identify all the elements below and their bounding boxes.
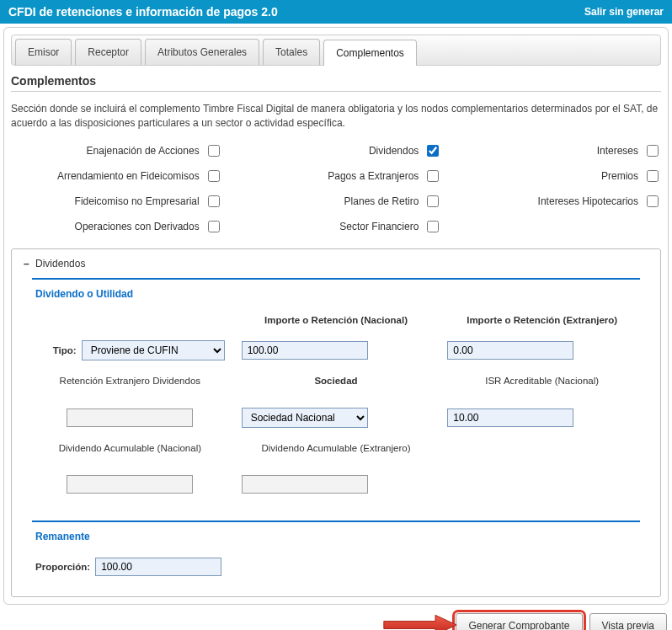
dividendo-utilidad-title: Dividendo o Utilidad xyxy=(35,288,637,300)
footer-bar: Generar Comprobante Vista previa xyxy=(3,613,669,630)
importe-nacional-input[interactable] xyxy=(242,341,368,360)
main-panel: Emisor Receptor Atributos Generales Tota… xyxy=(3,27,669,605)
check-hipotecarios[interactable] xyxy=(647,195,659,207)
generar-comprobante-button[interactable]: Generar Comprobante xyxy=(456,613,582,630)
dividendos-group-header[interactable]: – Dividendos xyxy=(24,258,648,270)
header-importe-nacional: Importe o Retención (Nacional) xyxy=(242,315,431,325)
check-premios[interactable] xyxy=(647,170,659,182)
proporcion-input[interactable] xyxy=(95,558,221,576)
header-bar: CFDI de retenciones e información de pag… xyxy=(0,0,672,24)
check-arrendamiento[interactable] xyxy=(208,170,220,182)
check-label-premios: Premios xyxy=(601,170,638,182)
check-enajenacion[interactable] xyxy=(208,145,220,157)
check-planes[interactable] xyxy=(427,195,439,207)
check-pagos-extranjeros[interactable] xyxy=(427,170,439,182)
check-label-sector: Sector Financiero xyxy=(339,221,419,232)
check-label-arrendamiento: Arrendamiento en Fideicomisos xyxy=(57,170,200,182)
proporcion-label: Proporción: xyxy=(35,562,90,572)
page-title: CFDI de retenciones e información de pag… xyxy=(8,5,278,19)
dividendos-group-label: Dividendos xyxy=(35,258,85,270)
section-title: Complementos xyxy=(11,74,661,88)
check-label-dividendos: Dividendos xyxy=(369,145,419,157)
label-retencion-extranjero: Retención Extranjero Dividendos xyxy=(35,376,225,386)
div-acum-ext-input[interactable] xyxy=(242,475,368,494)
check-intereses[interactable] xyxy=(647,145,659,157)
check-label-operaciones: Operaciones con Derivados xyxy=(75,221,200,232)
tab-complementos[interactable]: Complementos xyxy=(323,40,417,66)
dividendo-utilidad-box: Dividendo o Utilidad Importe o Retención… xyxy=(32,278,640,514)
isr-input[interactable] xyxy=(447,408,573,427)
check-operaciones[interactable] xyxy=(208,221,220,232)
tab-totales[interactable]: Totales xyxy=(263,39,320,65)
tab-receptor[interactable]: Receptor xyxy=(75,39,141,65)
check-label-hipotecarios: Intereses Hipotecarios xyxy=(538,195,638,207)
tipo-select[interactable]: Proviene de CUFIN xyxy=(82,340,225,360)
tipo-label: Tipo: xyxy=(53,345,77,355)
check-label-enajenacion: Enajenación de Acciones xyxy=(87,145,200,157)
label-div-acum-ext: Dividendo Acumulable (Extranjero) xyxy=(242,443,431,453)
sociedad-select[interactable]: Sociedad Nacional xyxy=(242,408,368,428)
label-sociedad: Sociedad xyxy=(242,376,431,386)
vista-previa-button[interactable]: Vista previa xyxy=(589,613,667,630)
check-sector[interactable] xyxy=(427,221,439,232)
arrow-annotation xyxy=(382,613,458,630)
check-label-pagos-extranjeros: Pagos a Extranjeros xyxy=(328,170,419,182)
tabs: Emisor Receptor Atributos Generales Tota… xyxy=(11,35,661,66)
collapse-icon: – xyxy=(24,258,29,270)
section-description: Sección donde se incluirá el complemento… xyxy=(11,102,661,131)
remanente-title: Remanente xyxy=(35,531,637,542)
header-importe-extranjero: Importe o Retención (Extranjero) xyxy=(447,315,637,325)
check-fideicomiso[interactable] xyxy=(208,195,220,207)
tab-emisor[interactable]: Emisor xyxy=(15,39,72,65)
tab-atributos[interactable]: Atributos Generales xyxy=(145,39,259,65)
label-isr: ISR Acreditable (Nacional) xyxy=(447,376,637,386)
exit-link[interactable]: Salir sin generar xyxy=(584,6,664,18)
div-acum-nac-input[interactable] xyxy=(67,475,193,494)
remanente-box: Remanente Proporción: xyxy=(32,521,640,581)
importe-extranjero-input[interactable] xyxy=(447,341,573,360)
check-dividendos[interactable] xyxy=(427,145,439,157)
complementos-checks: Enajenación de Acciones Dividendos Inter… xyxy=(11,142,661,235)
check-label-intereses: Intereses xyxy=(597,145,638,157)
dividendos-group: – Dividendos Dividendo o Utilidad Import… xyxy=(11,248,661,597)
check-label-planes: Planes de Retiro xyxy=(344,195,419,207)
separator xyxy=(11,91,661,92)
check-label-fideicomiso: Fideicomiso no Empresarial xyxy=(75,195,200,207)
label-div-acum-nac: Dividendo Acumulable (Nacional) xyxy=(35,443,225,453)
retencion-extranjero-input[interactable] xyxy=(67,408,193,427)
